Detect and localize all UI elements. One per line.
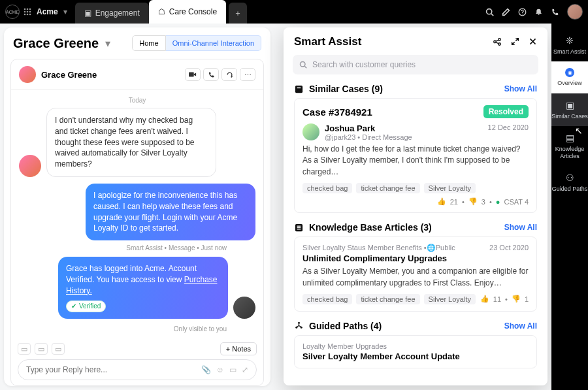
svg-line-10 — [491, 13, 493, 15]
tag[interactable]: ticket change fee — [356, 183, 419, 193]
show-all-link[interactable]: Show All — [504, 223, 537, 232]
svg-line-17 — [496, 40, 498, 41]
svg-rect-24 — [297, 87, 301, 88]
refresh-icon[interactable] — [221, 68, 237, 81]
chat-title: Grace Greene — [41, 70, 97, 80]
svg-rect-23 — [295, 85, 302, 92]
composer: ▭ ▭ ▭ + Notes 📎 ☺ ▭ ⤢ — [11, 337, 263, 385]
headset-icon: ☖ — [158, 7, 165, 16]
tab-add[interactable]: ＋ — [229, 3, 247, 24]
conversation-panel: Grace Greene ▾ Home Omni-Channel Interac… — [4, 27, 270, 386]
svg-point-29 — [298, 322, 300, 324]
customer-name: Grace Greene — [13, 36, 99, 51]
apps-grid-icon[interactable] — [24, 8, 31, 16]
bell-icon[interactable] — [534, 8, 543, 16]
similar-case-card[interactable]: Case #3784921 Resolved Joshua Park @jpar… — [294, 98, 537, 213]
tab-care-console[interactable]: ☖ Care Console — [149, 0, 226, 24]
visibility-note: Only visible to you — [19, 325, 227, 333]
customer-avatar — [19, 66, 36, 83]
expand-icon[interactable]: ⤢ — [242, 365, 248, 374]
svg-point-6 — [24, 14, 26, 16]
edit-icon[interactable] — [502, 8, 510, 16]
verified-badge: ✔ Verified — [66, 301, 106, 312]
kb-title: Unlimited Complimentary Upgrades — [302, 253, 529, 263]
notes-button[interactable]: + Notes — [220, 342, 257, 355]
smart-assist-search[interactable]: Search with customer queries — [293, 55, 538, 74]
right-rail: ❊ Smart Assist ◉ Overview ▣ Similar Case… — [551, 24, 588, 390]
tag[interactable]: checked bag — [302, 183, 352, 193]
svg-line-18 — [496, 42, 498, 44]
svg-rect-13 — [189, 73, 194, 77]
tag[interactable]: checked bag — [302, 294, 352, 304]
sparkle-icon: ❊ — [566, 35, 574, 46]
svg-point-21 — [301, 62, 306, 67]
user-avatar[interactable] — [567, 4, 583, 20]
tool-icon[interactable]: ▭ — [52, 343, 65, 355]
avatar — [19, 155, 41, 177]
svg-point-0 — [24, 8, 26, 10]
gp-name: Silver Loyalty Member Account Update — [302, 351, 529, 361]
section-title: Knowledge Base Articles (3) — [309, 222, 432, 233]
show-all-link[interactable]: Show All — [504, 84, 537, 93]
globe-icon: 🌐 — [427, 244, 436, 252]
emoji-icon[interactable]: ☺ — [216, 365, 224, 374]
tool-icon[interactable]: ▭ — [18, 343, 31, 355]
thumbs-up-icon[interactable]: 👍 — [480, 295, 489, 303]
svg-point-15 — [498, 39, 501, 41]
case-stats: 👍21 • 👎3 • ● CSAT 4 — [437, 197, 529, 206]
kb-crumb: Silver Loyalty Staus Member Benefits • — [302, 244, 427, 252]
case-number: Case #3784921 — [302, 106, 372, 118]
topbar-actions — [485, 4, 583, 20]
kb-article-card[interactable]: Silver Loyalty Staus Member Benefits • 🌐… — [294, 236, 537, 312]
thumbs-down-icon[interactable]: 👎 — [512, 295, 521, 303]
rail-smart-assist[interactable]: ❊ Smart Assist — [551, 29, 588, 61]
tag[interactable]: Silver Loyalty — [424, 183, 476, 193]
svg-point-5 — [29, 11, 31, 13]
svg-point-14 — [494, 41, 497, 43]
help-icon[interactable] — [518, 8, 527, 16]
case-body: Hi, how do I get the fee for a last minu… — [302, 144, 529, 178]
breadcrumb-home[interactable]: Home — [132, 35, 165, 51]
rail-overview[interactable]: ◉ Overview — [551, 61, 588, 93]
text-format-icon[interactable]: ▭ — [229, 365, 237, 374]
expand-icon[interactable] — [511, 37, 519, 46]
more-icon[interactable]: ⋯ — [240, 68, 255, 81]
chevron-down-icon[interactable]: ▾ — [105, 37, 110, 50]
call-icon[interactable] — [203, 68, 219, 81]
chevron-down-icon: ▾ — [63, 7, 67, 16]
svg-line-22 — [304, 66, 306, 68]
customer-message: I don't understand why my checked bag an… — [19, 108, 255, 177]
smart-assist-panel: Smart Assist Search with customer querie… — [284, 27, 547, 385]
video-icon[interactable] — [185, 68, 201, 81]
tool-icon[interactable]: ▭ — [35, 343, 48, 355]
svg-point-12 — [522, 13, 523, 14]
message-bubble: I apologize for the inconvenience this h… — [86, 184, 255, 240]
reply-input[interactable] — [26, 365, 196, 374]
tag[interactable]: Silver Loyalty — [424, 294, 476, 304]
agent-message: I apologize for the inconvenience this h… — [19, 184, 255, 240]
thumbs-up-icon[interactable]: 👍 — [437, 197, 446, 206]
rail-similar-cases[interactable]: ▣ Similar Cases — [551, 93, 588, 126]
message-meta: Smart Assist • Message • Just now — [19, 244, 227, 252]
tenant-switcher[interactable]: Acme ▾ — [37, 7, 67, 16]
share-icon[interactable] — [493, 37, 502, 46]
rail-knowledge[interactable]: ▤ Knowledge Articles — [551, 126, 588, 166]
rail-guided-paths[interactable]: ⚇ Guided Paths — [551, 166, 588, 199]
tag[interactable]: ticket change fee — [356, 294, 419, 304]
topbar: ACME Acme ▾ ▣ Engagement ☖ Care Console … — [0, 0, 588, 24]
thumbs-down-icon[interactable]: 👎 — [468, 197, 478, 206]
search-placeholder: Search with customer queries — [312, 60, 416, 69]
guided-path-card[interactable]: Loyalty Member Upgrades Silver Loyalty M… — [294, 335, 537, 368]
kb-stats: 👍11 • 👎1 — [480, 295, 529, 303]
tab-engagement[interactable]: ▣ Engagement — [75, 3, 149, 24]
attach-icon[interactable]: 📎 — [201, 365, 211, 374]
search-icon[interactable] — [485, 8, 494, 16]
close-icon[interactable] — [529, 37, 537, 46]
guided-paths-icon: ⚇ — [566, 172, 574, 183]
message-bubble: I don't understand why my checked bag an… — [46, 108, 216, 177]
similar-cases-icon — [294, 84, 304, 94]
chat-bubble-icon: ▣ — [84, 8, 91, 18]
section-title: Guided Paths (4) — [309, 321, 382, 331]
phone-icon[interactable] — [551, 8, 559, 16]
show-all-link[interactable]: Show All — [504, 321, 537, 331]
